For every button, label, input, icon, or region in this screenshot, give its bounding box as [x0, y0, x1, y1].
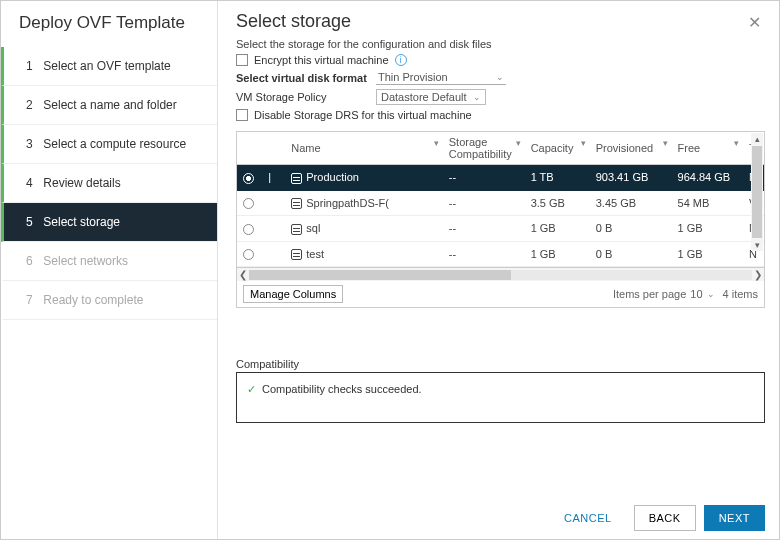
info-icon[interactable]: i	[395, 54, 407, 66]
vertical-scrollbar[interactable]: ▴ ▾	[751, 133, 763, 251]
row-provisioned: 0 B	[590, 241, 672, 267]
filter-icon[interactable]: ▾	[516, 138, 521, 148]
wizard-step-1[interactable]: 1 Select an OVF template	[1, 47, 217, 86]
col-provisioned[interactable]: Provisioned	[596, 142, 653, 154]
pipe-icon: |	[268, 171, 271, 183]
close-icon[interactable]: ✕	[744, 11, 765, 34]
items-count: 4 items	[723, 288, 758, 300]
row-capacity: 1 GB	[525, 216, 590, 242]
chevron-down-icon[interactable]: ⌄	[707, 289, 715, 299]
row-radio[interactable]	[243, 173, 254, 184]
chevron-down-icon: ⌄	[496, 72, 504, 82]
scroll-thumb[interactable]	[752, 146, 762, 238]
datastore-icon	[291, 249, 302, 260]
step-num: 1	[26, 59, 40, 73]
row-provisioned: 3.45 GB	[590, 190, 672, 216]
row-radio[interactable]	[243, 249, 254, 260]
scroll-thumb[interactable]	[249, 270, 511, 280]
datastore-table-container: Name▾ Storage Compatibility▾ Capacity▾ P…	[236, 131, 765, 308]
next-button[interactable]: NEXT	[704, 505, 765, 531]
row-name: sql	[306, 222, 320, 234]
row-free: 1 GB	[672, 216, 743, 242]
col-compat[interactable]: Storage Compatibility	[449, 136, 512, 160]
table-row[interactable]: sql--1 GB0 B1 GBN	[237, 216, 764, 242]
wizard-steps: 1 Select an OVF template2 Select a name …	[1, 47, 217, 320]
cancel-button[interactable]: CANCEL	[550, 505, 626, 531]
step-num: 5	[26, 215, 40, 229]
datastore-tbody: |Production--1 TB903.41 GB964.84 GBNSpri…	[237, 165, 764, 267]
wizard-step-4[interactable]: 4 Review details	[1, 164, 217, 203]
compatibility-message: Compatibility checks succeeded.	[262, 383, 422, 395]
row-free: 54 MB	[672, 190, 743, 216]
wizard-main: Select storage ✕ Select the storage for …	[218, 1, 779, 539]
row-compat: --	[443, 190, 525, 216]
scroll-track[interactable]	[249, 270, 752, 280]
compatibility-box: ✓Compatibility checks succeeded.	[236, 372, 765, 423]
row-radio[interactable]	[243, 224, 254, 235]
wizard-step-6: 6 Select networks	[1, 242, 217, 281]
deploy-ovf-dialog: Deploy OVF Template 1 Select an OVF temp…	[0, 0, 780, 540]
table-row[interactable]: SpringpathDS-F(--3.5 GB3.45 GB54 MBV	[237, 190, 764, 216]
compatibility-label: Compatibility	[236, 358, 765, 370]
step-label: Select a name and folder	[40, 98, 177, 112]
disable-drs-checkbox[interactable]	[236, 109, 248, 121]
scroll-up-icon[interactable]: ▴	[751, 133, 763, 145]
disk-format-value: Thin Provision	[378, 71, 448, 83]
wizard-step-3[interactable]: 3 Select a compute resource	[1, 125, 217, 164]
scroll-right-icon[interactable]: ❯	[754, 269, 762, 280]
datastore-icon	[291, 173, 302, 184]
datastore-icon	[291, 224, 302, 235]
items-per-page-value[interactable]: 10	[690, 288, 702, 300]
col-capacity[interactable]: Capacity	[531, 142, 574, 154]
table-row[interactable]: |Production--1 TB903.41 GB964.84 GBN	[237, 165, 764, 191]
table-row[interactable]: test--1 GB0 B1 GBN	[237, 241, 764, 267]
row-capacity: 3.5 GB	[525, 190, 590, 216]
step-label: Review details	[40, 176, 121, 190]
row-provisioned: 0 B	[590, 216, 672, 242]
horizontal-scrollbar[interactable]: ❮ ❯	[237, 267, 764, 281]
step-num: 2	[26, 98, 40, 112]
row-provisioned: 903.41 GB	[590, 165, 672, 191]
encrypt-label: Encrypt this virtual machine	[254, 54, 389, 66]
step-label: Select storage	[40, 215, 120, 229]
step-num: 7	[26, 293, 40, 307]
filter-icon[interactable]: ▾	[434, 138, 439, 148]
step-label: Ready to complete	[40, 293, 143, 307]
row-name: SpringpathDS-F(	[306, 197, 389, 209]
wizard-step-5[interactable]: 5 Select storage	[1, 203, 217, 242]
scroll-left-icon[interactable]: ❮	[239, 269, 247, 280]
row-radio[interactable]	[243, 198, 254, 209]
storage-policy-select[interactable]: Datastore Default ⌄	[376, 89, 486, 105]
row-free: 964.84 GB	[672, 165, 743, 191]
filter-icon[interactable]: ▾	[663, 138, 668, 148]
page-subtext: Select the storage for the configuration…	[236, 38, 765, 50]
datastore-icon	[291, 198, 302, 209]
row-name: Production	[306, 171, 359, 183]
storage-policy-label: VM Storage Policy	[236, 91, 376, 103]
check-icon: ✓	[247, 383, 256, 395]
col-name[interactable]: Name	[291, 142, 320, 154]
back-button[interactable]: BACK	[634, 505, 696, 531]
scroll-down-icon[interactable]: ▾	[751, 239, 763, 251]
wizard-actions: CANCEL BACK NEXT	[236, 491, 765, 531]
manage-columns-button[interactable]: Manage Columns	[243, 285, 343, 303]
disk-format-select[interactable]: Thin Provision ⌄	[376, 70, 506, 85]
step-num: 4	[26, 176, 40, 190]
wizard-title: Deploy OVF Template	[1, 7, 217, 47]
chevron-down-icon: ⌄	[473, 92, 481, 102]
encrypt-checkbox[interactable]	[236, 54, 248, 66]
storage-policy-value: Datastore Default	[381, 91, 467, 103]
row-free: 1 GB	[672, 241, 743, 267]
items-per-page-label: Items per page	[613, 288, 686, 300]
col-free[interactable]: Free	[678, 142, 701, 154]
step-label: Select an OVF template	[40, 59, 171, 73]
filter-icon[interactable]: ▾	[734, 138, 739, 148]
page-heading: Select storage	[236, 11, 351, 32]
row-capacity: 1 GB	[525, 241, 590, 267]
filter-icon[interactable]: ▾	[581, 138, 586, 148]
datastore-table: Name▾ Storage Compatibility▾ Capacity▾ P…	[237, 132, 764, 267]
wizard-step-2[interactable]: 2 Select a name and folder	[1, 86, 217, 125]
disk-format-label: Select virtual disk format	[236, 72, 376, 84]
row-capacity: 1 TB	[525, 165, 590, 191]
row-compat: --	[443, 241, 525, 267]
